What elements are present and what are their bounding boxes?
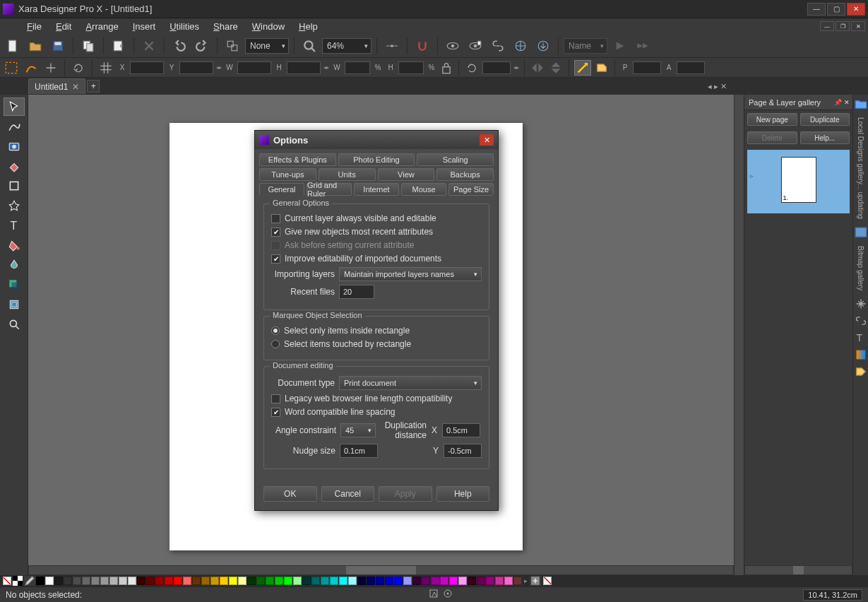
tab-units[interactable]: Units [319,168,376,181]
color-swatch[interactable] [45,577,54,585]
color-swatch[interactable] [91,577,100,585]
color-swatch[interactable] [495,577,504,585]
shadow-tool[interactable] [4,276,25,294]
tab-view[interactable]: View [378,168,435,181]
w-pct-input[interactable] [345,61,370,74]
quickshape-tool[interactable] [4,196,25,215]
link-gallery-icon[interactable] [855,314,867,327]
dup-x-input[interactable] [442,423,480,437]
rotate-input-button[interactable] [464,60,480,76]
color-swatch[interactable] [73,577,81,585]
new-color-button[interactable] [530,576,541,586]
fill-dropdown[interactable]: None [245,38,289,54]
color-swatch[interactable] [220,577,228,585]
color-swatch[interactable] [477,577,485,585]
color-editor-button[interactable] [12,576,23,586]
canvas-scrollbar-h[interactable] [28,565,734,575]
color-swatch[interactable] [513,577,522,585]
bevel-tool[interactable] [4,295,25,314]
color-swatch[interactable] [247,577,256,585]
recent-files-input[interactable] [339,285,374,299]
x-input[interactable] [130,61,164,74]
dialog-close-button[interactable]: ✕ [480,134,494,146]
zoom-tool[interactable] [4,315,25,334]
legacy-browser-checkbox[interactable] [271,394,280,403]
angle-input[interactable] [482,61,511,74]
h-input[interactable] [287,61,321,74]
no-color-swatch[interactable] [3,577,11,585]
snap-button[interactable] [412,36,432,56]
color-swatch[interactable] [458,577,467,585]
lock-aspect-button[interactable] [439,61,453,75]
color-swatch[interactable] [311,577,320,585]
tab-scaling[interactable]: Scaling [417,153,494,166]
color-swatch[interactable] [468,577,476,585]
scale-line-widths-button[interactable] [574,60,591,76]
apply-name-button[interactable] [633,36,653,56]
color-swatch[interactable] [229,577,237,585]
mdi-minimize-button[interactable]: — [820,21,834,31]
current-line-color-swatch[interactable] [543,577,552,585]
color-swatch[interactable] [64,577,72,585]
angle-constraint-select[interactable]: 45 [340,423,376,437]
close-button[interactable]: ✕ [847,3,865,16]
color-swatch[interactable] [293,577,302,585]
color-swatch[interactable] [431,577,439,585]
color-swatch[interactable] [36,577,44,585]
zoom-dropdown[interactable]: 64% [322,38,371,54]
color-swatch[interactable] [210,577,219,585]
cancel-button[interactable]: Cancel [321,486,375,502]
new-file-button[interactable] [3,36,23,56]
color-swatch[interactable] [82,577,90,585]
color-swatch[interactable] [109,577,118,585]
color-swatch[interactable] [201,577,210,585]
tab-close-icon[interactable]: ✕ [720,82,727,91]
color-swatch[interactable] [486,577,494,585]
fill-tool[interactable] [4,236,25,254]
ok-button[interactable]: OK [263,486,317,502]
apply-button[interactable]: Apply [379,486,432,502]
color-swatch[interactable] [412,577,421,585]
doctype-select[interactable]: Print document [339,376,482,390]
palette-scroll-right-icon[interactable]: ▸ [524,577,528,584]
text-tool[interactable]: T [4,216,25,235]
color-swatch[interactable] [394,577,403,585]
color-swatch[interactable] [440,577,448,585]
dup-y-input[interactable] [444,444,482,458]
names-button[interactable] [594,60,610,76]
bitmap-icon[interactable] [855,226,867,239]
color-swatch[interactable] [174,577,182,585]
folder-icon[interactable] [855,98,867,110]
dialog-title-bar[interactable]: Options ✕ [255,131,498,149]
flip-v-button[interactable] [548,60,564,76]
color-swatch[interactable] [238,577,246,585]
tab-grid-and-ruler[interactable]: Grid and Ruler [307,183,352,196]
color-swatch[interactable] [192,577,201,585]
slider-icon[interactable] [382,36,402,56]
delete-page-button[interactable]: Delete [747,131,797,144]
shape-tool[interactable] [4,177,25,195]
new-page-button[interactable]: New page [747,113,797,126]
color-swatch[interactable] [155,577,164,585]
rotate-mode-button[interactable] [70,59,87,76]
color-swatch[interactable] [321,577,329,585]
menu-arrange[interactable]: Arrange [78,20,125,33]
redo-button[interactable] [192,36,212,56]
arrange-icon[interactable] [855,297,867,310]
zoom-tool-icon[interactable] [299,36,319,56]
minimize-button[interactable]: — [807,3,826,16]
color-swatch[interactable] [266,577,274,585]
shape-edit-button[interactable] [23,59,40,76]
freehand-tool[interactable] [4,117,25,136]
open-file-button[interactable] [25,36,45,56]
transparency-tool[interactable] [4,256,25,274]
color-swatch[interactable] [330,577,338,585]
undo-button[interactable] [170,36,189,56]
w-input[interactable] [237,61,271,74]
preview-button[interactable] [443,36,463,56]
menu-window[interactable]: Window [245,20,292,33]
help-button[interactable]: Help [436,486,490,502]
mdi-close-button[interactable]: ✕ [851,21,865,31]
h-pct-input[interactable] [398,61,424,74]
canvas-scrollbar-v[interactable] [734,95,744,575]
